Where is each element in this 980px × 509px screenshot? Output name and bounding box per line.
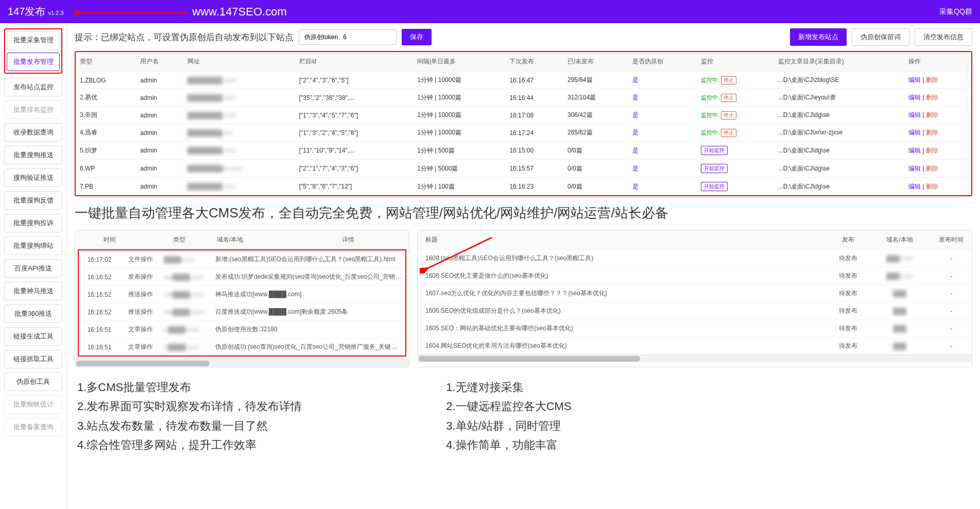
col-header: 是否伪原创 — [628, 52, 697, 72]
col-header: 详情 — [339, 230, 409, 249]
delete-link[interactable]: 删除 — [926, 76, 938, 83]
clear-info-button[interactable]: 清空发布信息 — [915, 28, 972, 46]
start-monitor-button[interactable]: 开始监控 — [701, 182, 728, 191]
col-header: 操作 — [904, 52, 971, 72]
sidebar-item-3[interactable]: 批量搜狗推送 — [4, 146, 62, 164]
delete-link[interactable]: 删除 — [926, 129, 938, 136]
table-row: 2.易优admin████████.com["35","2","36","38"… — [76, 89, 971, 107]
col-header: 下次发布 — [505, 52, 563, 72]
tip-text: 提示：已绑定站点，可设置伪原创后自动发布到以下站点 — [75, 31, 294, 43]
header-domain: www.147SEO.com — [192, 5, 286, 19]
app-version: v1.2.3 — [48, 10, 63, 16]
queue-row: 1609.(seo黑帽工具)SEO会运用到哪什么工具？(seo黑帽工具)待发布█… — [418, 250, 972, 267]
table-row: 1.ZBLOGadmin████████.com["2","4","3","6"… — [76, 72, 971, 89]
col-header: 时间 — [75, 230, 145, 249]
token-input[interactable] — [299, 29, 397, 45]
sidebar-item-0[interactable]: 发布站点监控 — [4, 78, 62, 96]
sidebar-item-13[interactable]: 伪原创工具 — [4, 372, 62, 391]
log-row: 16:16:52推送操作ww████.com神马推送成功[www.████.co… — [79, 286, 405, 303]
col-header: 域名/本地 — [869, 230, 931, 250]
table-row: 6.WPadmin████████eo.com["2","1","7","4",… — [76, 160, 971, 178]
edit-link[interactable]: 编辑 — [908, 76, 921, 83]
edit-link[interactable]: 编辑 — [908, 183, 921, 190]
sidebar-item-5[interactable]: 批量搜狗反馈 — [4, 191, 62, 210]
section-heading: 一键批量自动管理各大CMS发布，全自动完全免费，网站管理/网站优化/网站维护/网… — [75, 204, 972, 222]
sidebar-item-9[interactable]: 批量神马推送 — [4, 282, 62, 300]
table-row: 5.织梦admin████████.com["11","10","9","14"… — [76, 142, 971, 160]
delete-link[interactable]: 删除 — [926, 165, 938, 172]
edit-link[interactable]: 编辑 — [908, 147, 921, 154]
col-header: 域名/本地 — [214, 230, 339, 249]
col-header: 类型 — [76, 52, 136, 72]
col-header: 类型 — [145, 230, 214, 249]
log-table: 时间类型域名/本地详情 — [75, 230, 409, 249]
main-table-wrap: 类型用户名网址栏目id间隔|单日最多下次发布已/未发布是否伪原创监控监控文章目录… — [75, 51, 972, 196]
monitor-status: 监控中. — [701, 112, 719, 118]
delete-link[interactable]: 删除 — [926, 94, 938, 101]
stop-button[interactable]: 停止 — [721, 129, 736, 137]
delete-link[interactable]: 删除 — [926, 147, 938, 154]
col-header: 已/未发布 — [563, 52, 628, 72]
log-panel: 时间类型域名/本地详情 16:17:02文件操作████.com新增:(seo黑… — [75, 230, 409, 367]
start-monitor-button[interactable]: 开始监控 — [701, 164, 728, 173]
main-content: 提示：已绑定站点，可设置伪原创后自动发布到以下站点 保存 新增发布站点 伪原创保… — [67, 23, 980, 509]
feature-right: 1.无缝对接采集2.一键远程监控各大CMS3.单站/站群，同时管理4.操作简单，… — [446, 378, 571, 455]
log-row: 16:16:51文章操作w████.com伪原创使用次数:32180 — [79, 321, 405, 338]
app-title: 147发布 — [8, 5, 45, 19]
sites-table: 类型用户名网址栏目id间隔|单日最多下次发布已/未发布是否伪原创监控监控文章目录… — [76, 52, 971, 195]
queue-row: 1607.seo怎么优化？优化的内容主要包括哪些？？？(seo基本优化)待发布█… — [418, 285, 972, 302]
feature-row: 1.多CMS批量管理发布2.发布界面可实时观察发布详情，待发布详情3.站点发布数… — [75, 378, 972, 455]
log-scrollbar[interactable] — [75, 359, 409, 367]
queue-row: 1608.SEO优化主要是做什么的(seo基本优化)待发布███.com- — [418, 267, 972, 285]
log-row: 16:17:02文件操作████.com新增:(seo黑帽工具)SEO会运用到哪… — [79, 251, 405, 268]
col-header: 监控文章目录(采集目录) — [774, 52, 904, 72]
log-row: 16:16:52推送操作ww████.com百度推送成功[www.████.co… — [79, 303, 405, 321]
stop-button[interactable]: 停止 — [721, 94, 736, 102]
stop-button[interactable]: 停止 — [721, 76, 736, 84]
keep-words-button[interactable]: 伪原创保留词 — [852, 28, 909, 46]
feature-left: 1.多CMS批量管理发布2.发布界面可实时观察发布详情，待发布详情3.站点发布数… — [77, 378, 302, 455]
edit-link[interactable]: 编辑 — [908, 129, 921, 136]
stop-button[interactable]: 停止 — [721, 111, 736, 120]
sidebar-item-4[interactable]: 搜狗验证推送 — [4, 168, 62, 187]
edit-link[interactable]: 编辑 — [908, 165, 921, 172]
monitor-status: 监控中. — [701, 129, 719, 135]
add-site-button[interactable]: 新增发布站点 — [790, 28, 847, 46]
edit-link[interactable]: 编辑 — [908, 94, 921, 101]
top-bar: 147发布 v1.2.3 www.147SEO.com 采集QQ群 — [0, 0, 980, 23]
delete-link[interactable]: 删除 — [926, 183, 938, 190]
sidebar-item-6[interactable]: 批量搜狗投诉 — [4, 214, 62, 232]
table-row: 4.迅睿admin████████.om["1","3","2","4","5"… — [76, 124, 971, 142]
sidebar-item-11[interactable]: 链接生成工具 — [4, 327, 62, 346]
queue-row: 1606.SEO的优化组成部分是什么？(seo基本优化)待发布███- — [418, 302, 972, 320]
sidebar-item-collect-manage[interactable]: 批量采集管理 — [7, 31, 60, 49]
table-row: 3.帝国admin████████.com["1","3","4","5","7… — [76, 107, 971, 124]
col-header: 栏目id — [295, 52, 414, 72]
sidebar: 批量采集管理 批量发布管理 发布站点监控批量排名监控收录数据查询批量搜狗推送搜狗… — [0, 23, 67, 509]
queue-row: 1604.网站SEO优化的常用方法有哪些(seo基本优化)待发布███- — [418, 337, 972, 355]
sidebar-item-14: 批量蜘蛛统计 — [4, 395, 62, 414]
col-header: 监控 — [697, 52, 774, 72]
edit-link[interactable]: 编辑 — [908, 111, 921, 118]
col-header: 标题 — [418, 230, 828, 250]
save-button[interactable]: 保存 — [402, 29, 432, 45]
queue-scrollbar[interactable] — [418, 354, 972, 362]
sidebar-item-7[interactable]: 批量搜狗绑站 — [4, 236, 62, 255]
log-row: 16:16:52发布操作ww████.com发布成功:织梦dede采集规则(se… — [79, 268, 405, 286]
queue-table: 标题发布域名/本地发布时间 1609.(seo黑帽工具)SEO会运用到哪什么工具… — [418, 230, 972, 354]
queue-panel: 标题发布域名/本地发布时间 1609.(seo黑帽工具)SEO会运用到哪什么工具… — [417, 230, 972, 367]
qq-group-link[interactable]: 采集QQ群 — [939, 7, 972, 16]
queue-row: 1605.SEO：网站的基础优化主要有哪些(seo基本优化)待发布███- — [418, 320, 972, 337]
col-header: 发布时间 — [931, 230, 972, 250]
sidebar-item-15: 批量备案查询 — [4, 418, 62, 436]
sidebar-item-10[interactable]: 批量360推送 — [4, 304, 62, 323]
sidebar-item-2[interactable]: 收录数据查询 — [4, 123, 62, 142]
sidebar-item-publish-manage[interactable]: 批量发布管理 — [7, 53, 60, 71]
start-monitor-button[interactable]: 开始监控 — [701, 146, 728, 155]
sidebar-item-8[interactable]: 百度API推送 — [4, 259, 62, 278]
sidebar-item-12[interactable]: 链接抓取工具 — [4, 350, 62, 368]
col-header: 网址 — [183, 52, 295, 72]
table-row: 7.PBadmin████████.com["5","8","6","7","1… — [76, 178, 971, 196]
tip-row: 提示：已绑定站点，可设置伪原创后自动发布到以下站点 保存 新增发布站点 伪原创保… — [75, 28, 972, 46]
delete-link[interactable]: 删除 — [926, 111, 938, 118]
